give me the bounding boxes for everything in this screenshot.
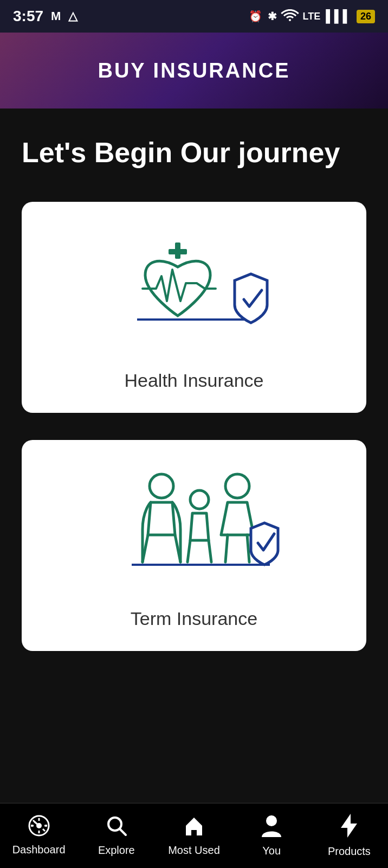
svg-line-7 <box>187 540 190 562</box>
lte-icon: LTE <box>303 11 321 22</box>
svg-line-25 <box>120 829 126 835</box>
bluetooth-icon: ✱ <box>268 10 277 23</box>
nav-explore[interactable]: Explore <box>77 815 155 857</box>
nav-products-label: Products <box>328 845 371 858</box>
bolt-icon <box>341 814 357 841</box>
app-header: BUY INSURANCE <box>0 33 388 108</box>
drive-icon: △ <box>68 9 77 23</box>
status-right: ⏰ ✱ LTE ▌▌▌ 26 <box>249 9 375 24</box>
nav-most-used-label: Most Used <box>168 844 220 857</box>
term-insurance-card[interactable]: Term Insurance <box>22 440 366 651</box>
svg-point-26 <box>266 815 277 826</box>
nav-products[interactable]: Products <box>311 814 388 858</box>
person-icon <box>262 814 281 840</box>
svg-line-11 <box>247 535 249 562</box>
status-left: 3:57 M △ <box>13 8 77 25</box>
health-insurance-icon-area <box>38 229 350 354</box>
nav-dashboard[interactable]: Dashboard <box>0 815 77 856</box>
status-bar: 3:57 M △ ⏰ ✱ LTE ▌▌▌ 26 <box>0 0 388 33</box>
term-insurance-label: Term Insurance <box>131 608 257 629</box>
health-insurance-label: Health Insurance <box>124 370 263 391</box>
svg-point-23 <box>45 825 47 827</box>
svg-line-20 <box>43 829 45 831</box>
nav-dashboard-label: Dashboard <box>12 844 66 856</box>
dashboard-icon <box>28 815 50 839</box>
main-content: Let's Begin Our journey Health Insurance <box>0 108 388 803</box>
svg-point-9 <box>225 474 249 498</box>
home-icon <box>183 815 205 840</box>
nav-explore-label: Explore <box>98 844 135 857</box>
battery-badge: 26 <box>357 10 375 23</box>
wifi-icon <box>282 9 298 24</box>
svg-point-22 <box>31 825 33 827</box>
signal-icon: ▌▌▌ <box>326 9 351 23</box>
svg-line-8 <box>209 540 211 562</box>
svg-point-6 <box>190 490 209 509</box>
status-time: 3:57 <box>13 8 43 25</box>
alarm-icon: ⏰ <box>249 10 262 23</box>
gmail-icon: M <box>51 9 61 23</box>
nav-most-used[interactable]: Most Used <box>155 815 232 857</box>
term-insurance-icon-area <box>38 467 350 592</box>
header-title: BUY INSURANCE <box>98 59 290 82</box>
journey-title: Let's Begin Our journey <box>22 136 366 169</box>
bottom-nav: Dashboard Explore Most Used You <box>0 803 388 868</box>
svg-line-10 <box>225 535 228 562</box>
svg-rect-1 <box>169 249 187 254</box>
svg-point-3 <box>150 474 173 498</box>
health-insurance-card[interactable]: Health Insurance <box>22 202 366 413</box>
nav-you[interactable]: You <box>233 814 311 857</box>
nav-you-label: You <box>262 845 281 857</box>
search-icon <box>106 815 127 840</box>
